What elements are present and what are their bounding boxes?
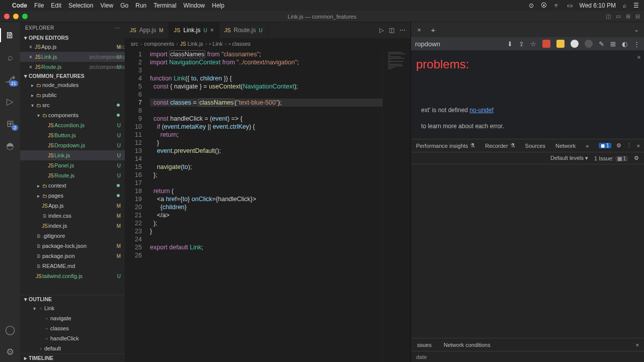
folder-item[interactable]: ▸🗀pages	[20, 191, 125, 201]
settings-icon[interactable]: ⚙	[0, 342, 20, 362]
file-item[interactable]: 🗎package.jsonM	[20, 251, 125, 261]
menu-icon[interactable]: ⋮	[626, 142, 632, 149]
folder-item[interactable]: ▾🗀components	[20, 110, 125, 120]
profile-icon[interactable]: ◐	[622, 40, 627, 48]
run-icon[interactable]: ▷	[379, 27, 384, 34]
layout-icon[interactable]: ⊞	[626, 13, 630, 20]
project-header[interactable]: ▾COMMON_FEATURES	[20, 72, 125, 80]
menu-go[interactable]: Go	[120, 2, 128, 9]
close-icon[interactable]: ×	[27, 44, 34, 50]
file-item[interactable]: JSPanel.jsU	[20, 160, 125, 170]
breadcrumb-item[interactable]: src	[131, 41, 138, 47]
folder-item[interactable]: ▸🗀node_modules	[20, 80, 125, 90]
timeline-header[interactable]: ▸TIMELINE	[20, 353, 125, 362]
file-item[interactable]: 🗎package-lock.jsonM	[20, 241, 125, 251]
layout-icon[interactable]: ▭	[616, 13, 621, 20]
debug-icon[interactable]: ▷	[0, 92, 20, 112]
clock[interactable]: Wed 6:10 PM	[580, 2, 616, 9]
menu-file[interactable]: File	[34, 2, 44, 9]
spotlight-icon[interactable]: ⌕	[623, 2, 626, 9]
account-icon[interactable]: ◯	[0, 320, 20, 340]
menu-run[interactable]: Run	[135, 2, 146, 9]
app-name[interactable]: Code	[12, 2, 27, 9]
battery-icon[interactable]: ▭	[567, 2, 573, 9]
minimap[interactable]	[382, 49, 411, 362]
close-icon[interactable]: ×	[27, 54, 34, 60]
outline-item[interactable]: ▫default	[20, 343, 125, 353]
error-rule-link[interactable]: no-undef	[469, 107, 493, 114]
close-icon[interactable]: ×	[637, 143, 640, 149]
menu-edit[interactable]: Edit	[51, 2, 61, 9]
folder-item[interactable]: ▸🗀context	[20, 180, 125, 191]
traffic-lights[interactable]	[4, 14, 28, 19]
editor-tab[interactable]: JSLink.jsU×	[169, 22, 219, 38]
open-editor-item[interactable]: ×JSRoute.jssrc/componentsU	[20, 62, 125, 72]
chevron-down-icon[interactable]: ⌄	[629, 26, 644, 33]
open-editors-header[interactable]: ▾OPEN EDITORS	[20, 34, 125, 42]
outline-item[interactable]: ▾▫Link	[20, 303, 125, 313]
breadcrumbs[interactable]: src›components›JS Link.js›▫ Link›▫ class…	[125, 38, 411, 49]
outline-header[interactable]: ▾OUTLINE	[20, 295, 125, 303]
menu-terminal[interactable]: Terminal	[153, 2, 176, 9]
docker-icon[interactable]: ◓	[0, 136, 20, 156]
address-tail[interactable]: ropdown	[415, 40, 440, 48]
outline-item[interactable]: ▫navigate	[20, 313, 125, 323]
explorer-icon[interactable]: 🗎	[0, 25, 20, 45]
control-center-icon[interactable]: ☰	[633, 2, 639, 9]
extension-icon[interactable]	[571, 40, 579, 48]
eyedropper-icon[interactable]: ✎	[599, 40, 604, 48]
breadcrumb-item[interactable]: ▫ classes	[228, 41, 251, 47]
file-item[interactable]: JSApp.jsM	[20, 201, 125, 211]
breadcrumb-item[interactable]: ▫ Link	[209, 41, 223, 47]
extensions-icon[interactable]: ⊞2	[0, 114, 20, 134]
wifi-icon[interactable]: ᯤ	[554, 2, 560, 9]
file-item[interactable]: JSDropdown.jsU	[20, 140, 125, 150]
dt-tab-perf[interactable]: Performance insights ⚗	[411, 139, 480, 152]
breadcrumb-item[interactable]: JS Link.js	[180, 41, 203, 47]
file-item[interactable]: JSLink.jsU	[20, 150, 125, 160]
bookmark-icon[interactable]: ☆	[530, 40, 536, 48]
extension-icon[interactable]	[556, 40, 565, 48]
extension-icon[interactable]	[585, 40, 593, 48]
more-icon[interactable]: ⋯	[115, 25, 120, 31]
close-icon[interactable]: ×	[631, 342, 644, 348]
status-icon[interactable]: ⊙	[529, 2, 534, 9]
minimize-window-icon[interactable]	[13, 14, 19, 19]
menu-help[interactable]: Help	[212, 2, 224, 9]
code-editor[interactable]: 1234567891011121314151617181920212223242…	[125, 49, 411, 362]
open-editor-item[interactable]: ×JSLink.jssrc/componentsU	[20, 52, 125, 62]
dt-tab-recorder[interactable]: Recorder ⚗	[480, 139, 520, 152]
layout-icon[interactable]: ⊟	[635, 13, 640, 20]
code-lines[interactable]: import classNames from "classnames";impo…	[148, 49, 382, 362]
file-item[interactable]: JStailwind.config.jsU	[20, 271, 125, 281]
extension-icon[interactable]	[542, 40, 550, 48]
outline-item[interactable]: ▫handleClick	[20, 333, 125, 343]
file-item[interactable]: JSindex.jsM	[20, 221, 125, 231]
open-editor-item[interactable]: ×JSApp.jssrcM	[20, 42, 125, 52]
file-item[interactable]: 🗎.gitignore	[20, 231, 125, 241]
search-icon[interactable]: ⌕	[0, 47, 20, 67]
layout-icon[interactable]: ◫	[606, 13, 611, 20]
close-icon[interactable]: ×	[27, 64, 34, 70]
status-icon[interactable]: ⦿	[541, 2, 547, 9]
file-item[interactable]: 🗎README.md	[20, 261, 125, 271]
close-icon[interactable]: ×	[637, 53, 641, 61]
settings-icon[interactable]: ⚙	[634, 155, 639, 161]
levels-dropdown[interactable]: Default levels ▾	[550, 155, 588, 161]
editor-tab[interactable]: JSApp.jsM	[125, 22, 169, 38]
breadcrumb-item[interactable]: components	[144, 41, 174, 47]
outline-item[interactable]: ▫classes	[20, 323, 125, 333]
share-icon[interactable]: ⇪	[519, 40, 524, 48]
menu-window[interactable]: Window	[184, 2, 205, 9]
settings-icon[interactable]: ⚙	[616, 142, 621, 149]
download-icon[interactable]: ⬇	[507, 40, 513, 48]
close-window-icon[interactable]	[4, 14, 10, 19]
dt-tab-sources[interactable]: Sources	[520, 139, 550, 152]
menu-view[interactable]: View	[100, 2, 113, 9]
more-icon[interactable]: ⋯	[399, 27, 406, 34]
folder-item[interactable]: ▾🗀src	[20, 100, 125, 110]
dt-tab-network[interactable]: Network	[550, 139, 581, 152]
zoom-window-icon[interactable]	[22, 14, 28, 19]
drawer-tab-network-conditions[interactable]: Network conditions	[438, 342, 497, 348]
split-icon[interactable]: ◫	[389, 27, 394, 34]
